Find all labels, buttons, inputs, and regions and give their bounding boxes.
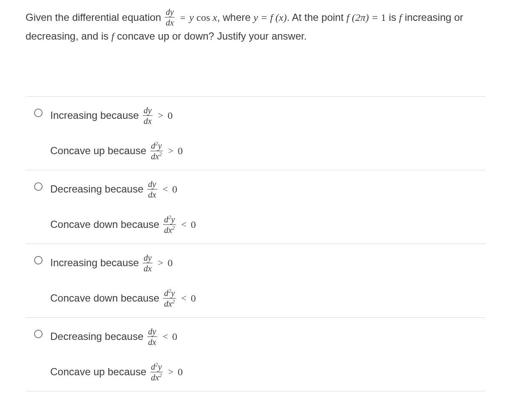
option-label: Concave down because xyxy=(50,292,159,304)
fraction-den: dx xyxy=(143,263,152,273)
relation-sign: > xyxy=(158,110,163,121)
relation-sign: < xyxy=(163,331,168,342)
rhs-expression: y cos x xyxy=(189,12,217,23)
fraction-num: dy xyxy=(147,180,157,189)
option-body: Increasing because dy dx > 0 Concave dow… xyxy=(50,253,481,308)
option-1[interactable]: Increasing because dy dx > 0 Concave up … xyxy=(26,97,485,170)
fraction-den: dx xyxy=(143,115,152,125)
option-body: Increasing because dy dx > 0 Concave up … xyxy=(50,106,481,161)
question-part: concave up or down? Justify your answer. xyxy=(114,30,307,42)
option-label: Decreasing because xyxy=(50,331,144,342)
option-4[interactable]: Decreasing because dy dx < 0 Concave up … xyxy=(26,318,485,391)
fraction-num: dy xyxy=(143,106,152,115)
zero: 0 xyxy=(191,219,196,230)
fraction-den: dx2 xyxy=(150,151,163,161)
fraction-num: d2y xyxy=(163,289,175,298)
fraction-num: dy xyxy=(165,8,175,17)
relation-sign: > xyxy=(168,366,173,377)
option-body: Decreasing because dy dx < 0 Concave dow… xyxy=(50,180,481,234)
question-part: is xyxy=(386,12,399,23)
option-line-1: Decreasing because dy dx < 0 xyxy=(50,180,481,199)
fraction-d2y-dx2: d2y dx2 xyxy=(163,289,175,308)
option-label: Increasing because xyxy=(50,109,139,121)
fraction-dy-dx: dy dx xyxy=(147,180,157,199)
option-label: Concave down because xyxy=(50,219,159,230)
fraction-num: d2y xyxy=(163,215,175,224)
y-equals-fx: y = f (x) xyxy=(253,12,287,23)
option-3[interactable]: Increasing because dy dx > 0 Concave dow… xyxy=(26,244,485,318)
zero: 0 xyxy=(167,110,172,121)
fraction-den: dx2 xyxy=(163,224,175,234)
relation-sign: > xyxy=(168,145,173,156)
question-text: Given the differential equation dy dx = … xyxy=(26,9,485,45)
equals-sign: = xyxy=(180,12,188,23)
option-label: Increasing because xyxy=(50,257,139,269)
option-label: Decreasing because xyxy=(50,183,144,195)
zero: 0 xyxy=(178,145,183,157)
fraction-den: dx xyxy=(147,337,157,346)
option-2[interactable]: Decreasing because dy dx < 0 Concave dow… xyxy=(26,170,485,244)
zero: 0 xyxy=(191,293,196,304)
fraction-num: d2y xyxy=(150,141,163,151)
question-part: . At the point xyxy=(287,12,346,23)
zero: 0 xyxy=(172,331,177,342)
fraction-dy-dx: dy dx xyxy=(165,8,175,27)
relation-sign: > xyxy=(158,257,163,268)
fraction-num: dy xyxy=(147,327,157,337)
fraction-den: dx2 xyxy=(163,298,175,308)
option-body: Decreasing because dy dx < 0 Concave up … xyxy=(50,327,481,382)
fraction-dy-dx: dy dx xyxy=(143,253,152,273)
option-line-1: Increasing because dy dx > 0 xyxy=(50,253,481,273)
f-symbol: f xyxy=(399,12,402,23)
radio-icon[interactable] xyxy=(34,182,43,191)
fraction-den: dx xyxy=(147,189,157,199)
zero: 0 xyxy=(172,184,177,195)
option-line-2: Concave up because d2y dx2 > 0 xyxy=(50,141,481,161)
relation-sign: < xyxy=(181,293,187,304)
option-line-2: Concave down because d2y dx2 < 0 xyxy=(50,289,481,308)
option-label: Concave up because xyxy=(50,145,146,157)
option-line-2: Concave up because d2y dx2 > 0 xyxy=(50,362,481,382)
fraction-num: dy xyxy=(143,253,152,263)
fraction-dy-dx: dy dx xyxy=(147,327,157,346)
radio-icon[interactable] xyxy=(34,330,43,338)
f-at-2pi: f (2π) = 1 xyxy=(347,12,386,23)
fraction-num: d2y xyxy=(150,362,163,372)
zero: 0 xyxy=(178,366,183,378)
option-line-1: Increasing because dy dx > 0 xyxy=(50,106,481,125)
relation-sign: < xyxy=(163,184,168,195)
fraction-dy-dx: dy dx xyxy=(143,106,152,125)
relation-sign: < xyxy=(181,219,187,230)
fraction-den: dx2 xyxy=(150,372,163,382)
option-line-1: Decreasing because dy dx < 0 xyxy=(50,327,481,346)
zero: 0 xyxy=(167,257,172,269)
option-label: Concave up because xyxy=(50,366,146,378)
option-line-2: Concave down because d2y dx2 < 0 xyxy=(50,215,481,234)
options-list: Increasing because dy dx > 0 Concave up … xyxy=(26,96,485,391)
question-part: Given the differential equation xyxy=(26,12,164,23)
question-part: , where xyxy=(217,12,253,23)
fraction-den: dx xyxy=(165,17,175,27)
fraction-d2y-dx2: d2y dx2 xyxy=(150,362,163,382)
radio-icon[interactable] xyxy=(34,256,43,265)
radio-icon[interactable] xyxy=(34,109,43,117)
fraction-d2y-dx2: d2y dx2 xyxy=(163,215,175,234)
fraction-d2y-dx2: d2y dx2 xyxy=(150,141,163,161)
